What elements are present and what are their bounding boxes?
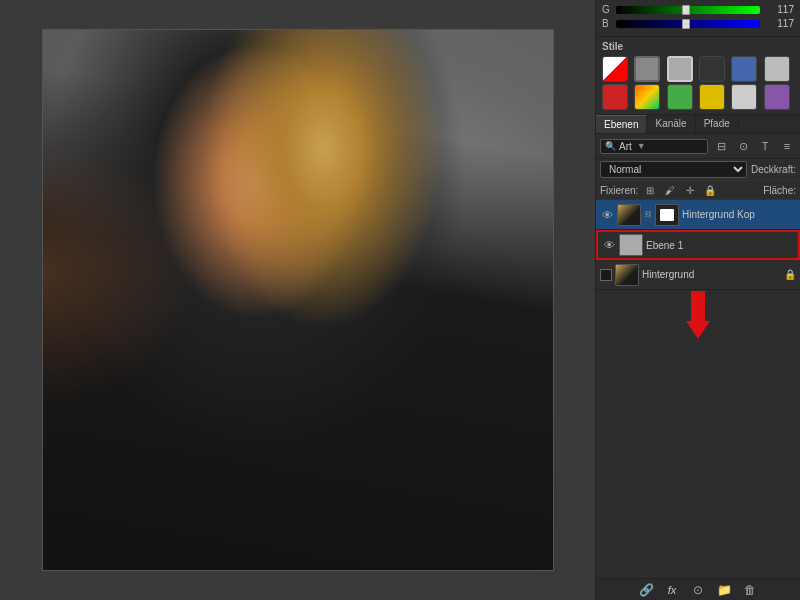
b-slider-row: B 117 [602,18,794,29]
layer-name-ebene-1: Ebene 1 [646,240,794,251]
eye-icon-hintergrund-kop[interactable]: 👁 [600,208,614,222]
layer-icon-btn-3[interactable]: ≡ [778,137,796,155]
layer-thumb-ebene-1 [619,234,643,256]
arrow-head [686,321,710,339]
right-panel: G 117 B 117 Stile [595,0,800,600]
stile-item-lt-gray[interactable] [764,56,790,82]
layers-bottom-toolbar: 🔗 fx ⊙ 📁 🗑 [596,578,800,600]
g-slider-track[interactable] [616,6,760,14]
photo-canvas[interactable] [43,30,553,570]
layer-icon-btn-1[interactable]: ⊟ [712,137,730,155]
fixieren-row: Fixieren: ⊞ 🖌 ✛ 🔒 Fläche: [596,181,800,200]
layer-search-box[interactable]: 🔍 Art ▼ [600,139,708,154]
stile-item-rainbow[interactable] [634,84,660,110]
fix-icon-brush[interactable]: 🖌 [662,183,678,197]
layer-row-hintergrund[interactable]: Hintergrund 🔒 [596,260,800,290]
fx-icon[interactable]: fx [663,581,681,599]
layer-name-hintergrund: Hintergrund [642,269,781,280]
tab-ebenen[interactable]: Ebenen [596,115,647,133]
color-panel: G 117 B 117 [596,0,800,37]
canvas-wrapper [42,29,554,571]
blend-mode-select[interactable]: Normal Multiplizieren Abblenden [600,161,747,178]
layer-name-hintergrund-kop: Hintergrund Kop [682,209,796,220]
g-slider-row: G 117 [602,4,794,15]
fixieren-label: Fixieren: [600,185,638,196]
adjustment-layer-icon[interactable]: ⊙ [689,581,707,599]
g-value: 117 [764,4,794,15]
blend-mode-row: Normal Multiplizieren Abblenden Deckkraf… [596,159,800,181]
fix-icon-move[interactable]: ✛ [682,183,698,197]
layer-row-ebene-1[interactable]: 👁 Ebene 1 [596,230,800,260]
layer-tabs: Ebenen Kanäle Pfade [596,115,800,134]
stile-section: Stile [596,37,800,115]
checkbox-hintergrund[interactable] [600,269,612,281]
red-arrow [686,291,710,339]
stile-item-yellow[interactable] [699,84,725,110]
stile-grid [602,56,794,110]
trash-icon[interactable]: 🗑 [741,581,759,599]
stile-item-green[interactable] [667,84,693,110]
b-slider-track[interactable] [616,20,760,28]
b-label: B [602,18,612,29]
stile-item-gray-border[interactable] [634,56,660,82]
layers-list[interactable]: 👁 ⛓ Hintergrund Kop 👁 Ebene 1 [596,200,800,578]
stile-item-red-diagonal[interactable] [602,56,628,82]
layer-thumb-hintergrund [615,264,639,286]
b-slider-thumb[interactable] [682,19,690,29]
app-window: G 117 B 117 Stile [0,0,800,600]
search-dropdown-arrow[interactable]: ▼ [637,141,646,151]
tab-pfade[interactable]: Pfade [696,115,739,133]
layer-search-controls: 🔍 Art ▼ ⊟ ⊙ T ≡ [596,134,800,159]
stile-item-lt2[interactable] [731,84,757,110]
chain-icon-hintergrund-kop: ⛓ [644,210,652,219]
stile-item-red[interactable] [602,84,628,110]
b-value: 117 [764,18,794,29]
g-label: G [602,4,612,15]
tab-kanale[interactable]: Kanäle [647,115,695,133]
layer-mask-hintergrund-kop [655,204,679,226]
stile-item-white-border[interactable] [667,56,693,82]
fix-icon-lock[interactable]: 🔒 [702,183,718,197]
layer-row-hintergrund-kop[interactable]: 👁 ⛓ Hintergrund Kop [596,200,800,230]
link-icon[interactable]: 🔗 [637,581,655,599]
layer-icon-btn-2[interactable]: ⊙ [734,137,752,155]
g-slider-thumb[interactable] [682,5,690,15]
canvas-area [0,0,595,600]
arrow-container [596,290,800,340]
layer-icon-btn-t[interactable]: T [756,137,774,155]
stile-item-blue[interactable] [731,56,757,82]
search-icon: 🔍 [605,141,616,151]
stile-item-purple[interactable] [764,84,790,110]
stile-title: Stile [602,41,794,52]
stile-item-dark[interactable] [699,56,725,82]
lock-icon-hintergrund: 🔒 [784,269,796,280]
search-art-label: Art [619,141,632,152]
photo-glow [43,138,196,408]
layer-thumb-hintergrund-kop [617,204,641,226]
eye-icon-ebene-1[interactable]: 👁 [602,238,616,252]
folder-icon[interactable]: 📁 [715,581,733,599]
flaeche-label: Fläche: [763,185,796,196]
arrow-body [691,291,705,321]
opacity-label: Deckkraft: [751,164,796,175]
fix-icon-grid[interactable]: ⊞ [642,183,658,197]
